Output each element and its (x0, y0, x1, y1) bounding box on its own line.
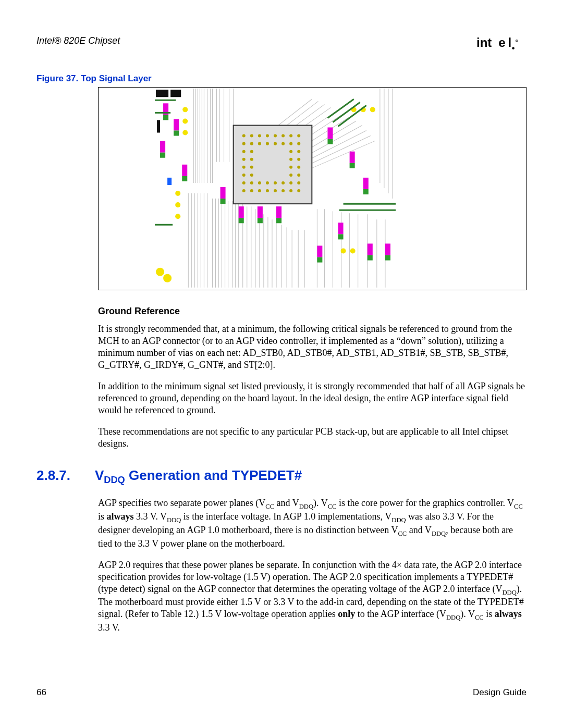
section-title-prefix: V (95, 467, 104, 483)
svg-point-106 (289, 174, 292, 177)
svg-rect-136 (258, 206, 263, 218)
svg-rect-138 (276, 206, 282, 218)
svg-point-88 (274, 142, 277, 145)
svg-rect-142 (350, 152, 355, 163)
svg-point-83 (297, 134, 300, 138)
svg-rect-167 (167, 178, 172, 185)
svg-point-95 (297, 150, 300, 153)
svg-point-118 (258, 189, 261, 192)
svg-point-115 (297, 181, 300, 184)
svg-point-108 (242, 181, 246, 184)
svg-point-102 (289, 166, 292, 169)
svg-point-3 (512, 47, 515, 50)
svg-text:int: int (476, 36, 492, 50)
svg-point-163 (341, 249, 346, 254)
ground-ref-p2: In addition to the minimum signal set li… (98, 380, 528, 416)
svg-point-96 (242, 158, 246, 161)
svg-rect-169 (170, 90, 181, 97)
svg-point-79 (266, 134, 269, 138)
svg-rect-128 (160, 141, 165, 153)
svg-line-60 (303, 136, 371, 167)
svg-point-120 (274, 189, 277, 192)
svg-point-157 (175, 191, 180, 196)
svg-point-113 (282, 181, 285, 184)
svg-point-98 (289, 158, 292, 161)
svg-rect-151 (368, 255, 373, 261)
svg-point-109 (250, 181, 253, 184)
svg-rect-168 (156, 90, 168, 97)
svg-point-93 (250, 150, 253, 153)
figure-top-signal-layer (98, 87, 527, 290)
svg-point-111 (266, 181, 269, 184)
svg-rect-146 (338, 223, 344, 234)
svg-rect-148 (317, 245, 322, 257)
svg-rect-131 (182, 176, 187, 181)
svg-rect-143 (350, 163, 355, 168)
svg-point-82 (289, 134, 292, 138)
vddq-p2: AGP 2.0 requires that these power planes… (98, 559, 528, 634)
svg-rect-149 (317, 257, 322, 263)
svg-rect-152 (385, 243, 390, 255)
svg-point-100 (242, 166, 246, 169)
svg-rect-170 (157, 120, 160, 132)
svg-point-91 (297, 142, 300, 145)
subheading-ground-reference: Ground Reference (98, 306, 527, 317)
svg-rect-126 (174, 119, 179, 130)
svg-rect-127 (174, 131, 179, 136)
svg-point-123 (297, 189, 300, 192)
running-header: Intel® 820E Chipset (36, 35, 527, 46)
svg-rect-145 (363, 189, 369, 194)
svg-point-166 (163, 274, 172, 282)
svg-point-90 (289, 142, 292, 145)
svg-point-154 (182, 107, 188, 112)
svg-point-112 (274, 181, 277, 184)
svg-rect-129 (160, 153, 165, 158)
svg-point-116 (242, 189, 246, 192)
svg-rect-141 (327, 139, 333, 144)
svg-rect-134 (239, 206, 244, 218)
svg-point-119 (266, 189, 269, 192)
svg-point-77 (250, 134, 253, 138)
svg-point-122 (289, 189, 292, 192)
svg-rect-75 (234, 125, 312, 204)
section-heading-287: 2.8.7.VDDQ Generation and TYPEDET# (36, 467, 527, 486)
section-title-sub: DDQ (104, 475, 125, 485)
pcb-illustration (155, 89, 396, 288)
svg-point-81 (282, 134, 285, 138)
svg-text:l: l (508, 36, 511, 50)
svg-point-162 (370, 107, 375, 112)
svg-rect-144 (363, 178, 369, 189)
section-title-suffix: Generation and TYPEDET# (125, 467, 302, 483)
svg-rect-130 (182, 165, 187, 176)
svg-rect-153 (385, 255, 390, 261)
svg-text:R: R (516, 40, 518, 42)
vddq-p1: AGP specifies two separate power planes … (98, 497, 528, 549)
svg-point-84 (242, 142, 246, 145)
svg-point-107 (297, 174, 300, 177)
svg-point-164 (350, 249, 356, 254)
svg-point-105 (250, 174, 253, 177)
svg-point-158 (175, 202, 180, 207)
svg-point-104 (242, 174, 246, 177)
svg-point-156 (182, 130, 188, 135)
svg-point-85 (250, 142, 253, 145)
figure-caption: Figure 37. Top Signal Layer (36, 73, 527, 84)
svg-rect-150 (368, 243, 373, 255)
svg-point-155 (182, 118, 188, 124)
svg-rect-140 (327, 127, 333, 139)
svg-point-117 (250, 189, 253, 192)
svg-point-94 (289, 150, 292, 153)
svg-rect-125 (163, 115, 168, 120)
svg-point-159 (175, 214, 180, 219)
ground-ref-p3: These recommendations are not specific t… (98, 426, 528, 450)
svg-rect-135 (239, 218, 244, 223)
svg-rect-132 (221, 187, 226, 199)
ground-ref-p1: It is strongly recommended that, at a mi… (98, 323, 528, 371)
svg-rect-133 (221, 199, 226, 204)
svg-point-165 (156, 268, 164, 276)
svg-point-78 (258, 134, 261, 138)
svg-point-101 (250, 166, 253, 169)
svg-point-86 (258, 142, 261, 145)
svg-point-87 (266, 142, 269, 145)
svg-point-110 (258, 181, 261, 184)
